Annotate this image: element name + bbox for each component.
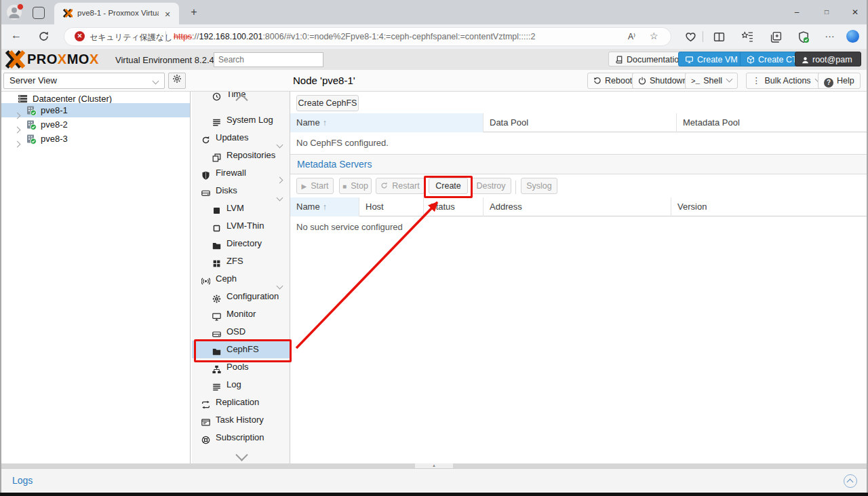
nav-item-firewall[interactable]: Firewall [192,164,290,182]
column-header-version[interactable]: Version [671,197,868,216]
mds-create-button[interactable]: Create [429,178,468,194]
mds-syslog-button[interactable]: Syslog [521,178,557,194]
life-ring-icon [201,433,210,451]
column-label: Name [296,117,320,128]
view-selector[interactable]: Server View [3,73,165,89]
extension-shield-icon[interactable] [797,31,809,43]
horizontal-splitter[interactable]: ▴ [0,463,868,468]
nav-item-cephfs[interactable]: CephFS [192,341,290,358]
nav-item-task-history[interactable]: Task History [192,411,290,429]
tree-item-pve8-3[interactable]: pve8-3 [0,132,190,146]
bulk-actions-button[interactable]: ⋮Bulk Actions [746,73,827,89]
logs-title: Logs [12,475,33,486]
copilot-icon[interactable] [846,30,859,43]
window-close-button[interactable]: ✕ [845,5,865,19]
nav-item-updates[interactable]: Updates [192,129,290,147]
column-header-name[interactable]: Name↑ [290,113,484,132]
reboot-button[interactable]: Reboot [587,73,638,89]
browser-essentials-icon[interactable] [685,31,696,43]
nav-item-label: Replication [216,394,259,411]
new-tab-button[interactable]: + [187,5,201,19]
shell-label: Shell [703,76,722,85]
column-header-address[interactable]: Address [484,197,671,216]
browser-tab[interactable]: pve8-1 - Proxmox Virtual Environ ✕ [54,3,179,24]
column-header-host[interactable]: Host [359,197,424,216]
split-screen-icon[interactable] [713,31,725,43]
help-label: Help [837,76,854,85]
play-icon: ▶ [301,179,307,194]
reload-icon[interactable] [38,31,50,44]
tab-actions-icon[interactable] [33,7,45,19]
read-aloud-icon[interactable]: A⁾ [628,32,635,41]
window-minimize-button[interactable]: – [787,5,807,19]
shell-button[interactable]: >_Shell [685,73,738,89]
nav-item-label: Monitor [226,305,256,323]
cephfs-panel: Create CephFS Name↑ Data Pool Metadata P… [290,92,868,463]
cube-icon [747,54,755,69]
proxmox-logo-icon [5,50,25,71]
reboot-icon [593,75,601,90]
mds-start-button[interactable]: ▶Start [296,178,334,194]
search-input[interactable] [214,52,323,67]
nav-item-repositories[interactable]: Repositories [192,147,290,164]
stop-label: Stop [351,181,368,191]
nav-item-pools[interactable]: Pools [192,358,290,376]
tree-item-pve8-1[interactable]: pve8-1 [0,103,190,117]
back-icon[interactable]: ← [11,29,22,41]
column-header-name[interactable]: Name↑ [290,197,359,216]
terminal-icon: >_ [691,77,700,85]
nav-item-monitor[interactable]: Monitor [192,305,290,323]
create-vm-button[interactable]: Create VM [678,52,745,66]
divider [703,31,703,42]
collapse-logs-icon[interactable] [844,474,857,488]
user-menu-button[interactable]: root@pam [795,52,861,66]
nav-item-replication[interactable]: Replication [192,394,290,411]
nav-item-configuration[interactable]: Configuration [192,288,290,305]
metadata-servers-heading: Metadata Servers [290,154,868,174]
column-label: Address [490,202,522,212]
help-button[interactable]: ?Help [818,73,861,89]
nav-item-directory[interactable]: Directory [192,235,290,252]
url-separator: :// [192,32,199,41]
nav-item-lvm-thin[interactable]: LVM-Thin [192,217,290,235]
nav-item-disks[interactable]: Disks [192,182,290,199]
logs-bar[interactable]: Logs [0,468,868,493]
tab-close-icon[interactable]: ✕ [161,8,174,20]
window-maximize-button[interactable]: □ [816,5,837,19]
nav-item-ceph[interactable]: Ceph [192,270,290,288]
column-header-status[interactable]: Status [424,197,484,216]
mds-stop-button[interactable]: ■Stop [339,178,372,194]
nav-item-log[interactable]: Log [192,376,290,394]
nav-item-osd[interactable]: OSD [192,323,290,341]
favorites-hub-icon[interactable] [742,31,753,43]
favorite-star-icon[interactable]: ☆ [650,31,658,41]
tree-item-pve8-2[interactable]: pve8-2 [0,117,190,132]
tree-settings-button[interactable] [168,73,186,89]
refresh-icon [380,180,388,195]
nav-item-label: Pools [226,358,249,376]
collections-icon[interactable] [770,31,782,43]
security-label[interactable]: セキュリティ保護なし [90,32,172,43]
gear-icon [172,75,182,85]
column-label: Status [430,202,455,212]
column-header-data-pool[interactable]: Data Pool [484,113,677,132]
nav-item-label: CephFS [226,341,259,358]
create-cephfs-button[interactable]: Create CephFS [296,95,359,111]
mds-restart-button[interactable]: Restart [376,178,425,194]
nav-item-subscription[interactable]: Subscription [192,429,290,446]
resource-tree: Datacenter (Cluster) pve8-1 pve8-2 pve8-… [0,92,191,463]
column-label: Host [366,202,384,212]
nav-item-zfs[interactable]: ZFS [192,252,290,270]
splitter-handle-icon[interactable]: ▴ [415,463,453,468]
user-icon [802,54,809,69]
address-bar[interactable]: ✕ セキュリティ保護なし https://192.168.100.201:800… [64,27,671,46]
expand-icon[interactable] [15,136,20,151]
not-secure-icon: ✕ [75,31,85,41]
nav-item-system-log[interactable]: System Log [192,111,290,129]
nav-item-lvm[interactable]: LVM [192,199,290,217]
proxmox-header: PROXMOX Virtual Environment 8.2.4 Docume… [0,49,868,70]
column-header-metadata-pool[interactable]: Metadata Pool [677,113,868,132]
monitor-icon [685,54,694,69]
more-menu-icon[interactable]: … [825,28,836,39]
mds-destroy-button[interactable]: Destroy [471,178,511,194]
